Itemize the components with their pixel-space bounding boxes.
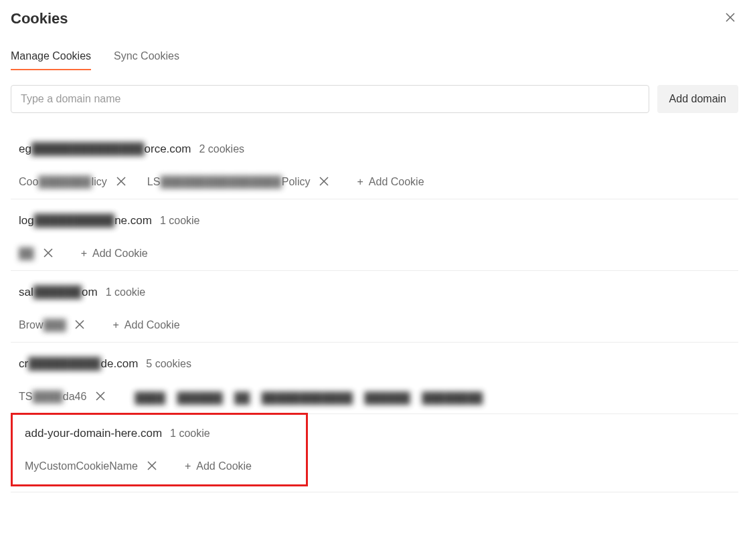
domain-block: log██████████ne.com 1 cookie ██ + Add Co… <box>11 199 738 271</box>
tabs: Manage Cookies Sync Cookies <box>11 50 738 70</box>
domain-cookie-count: 1 cookie <box>106 286 146 298</box>
domain-cookie-count: 1 cookie <box>170 428 210 440</box>
plus-icon: + <box>185 460 191 472</box>
remove-cookie-icon[interactable] <box>75 320 84 331</box>
cookie-chip[interactable]: ██ <box>19 248 53 260</box>
plus-icon: + <box>112 319 118 331</box>
domain-name[interactable]: sal██████om <box>19 286 98 299</box>
cookie-chip[interactable]: Coo███████licy <box>19 176 126 188</box>
page-title: Cookies <box>11 10 68 27</box>
domain-cookie-count: 5 cookies <box>146 358 191 370</box>
add-cookie-button[interactable]: + Add Cookie <box>112 319 179 331</box>
domain-name[interactable]: cr█████████de.com <box>19 357 138 371</box>
domain-cookie-count: 1 cookie <box>160 215 200 227</box>
domain-block: sal██████om 1 cookie Brow███ + Add Cooki… <box>11 271 738 343</box>
add-cookie-button[interactable]: + Add Cookie <box>81 248 148 260</box>
domain-search-input[interactable] <box>11 85 649 113</box>
add-cookie-button[interactable]: + Add Cookie <box>357 176 424 188</box>
tab-manage-cookies[interactable]: Manage Cookies <box>11 50 91 70</box>
cookie-chip[interactable]: Brow███ <box>19 319 84 331</box>
add-domain-button[interactable]: Add domain <box>657 85 738 113</box>
close-icon[interactable] <box>722 9 738 27</box>
remove-cookie-icon[interactable] <box>96 391 105 402</box>
plus-icon: + <box>81 248 87 260</box>
domain-name[interactable]: eg██████████████orce.com <box>19 143 191 156</box>
domain-cookie-count: 2 cookies <box>199 143 244 155</box>
add-cookie-button[interactable]: + Add Cookie <box>185 460 252 472</box>
tab-sync-cookies[interactable]: Sync Cookies <box>114 50 179 70</box>
remove-cookie-icon[interactable] <box>44 248 53 259</box>
domain-block: cr█████████de.com 5 cookies TS████da46 █… <box>11 343 738 414</box>
domain-block: eg██████████████orce.com 2 cookies Coo██… <box>11 128 738 199</box>
cookie-chip[interactable]: MyCustomCookieName <box>25 460 157 472</box>
remove-cookie-icon[interactable] <box>116 177 126 187</box>
cookie-chip[interactable]: LS████████████████Policy <box>147 176 329 188</box>
obscured-cookies: ████ ██████ ██ ████████████ ██████ █████… <box>135 392 603 401</box>
domain-block-highlighted: add-your-domain-here.com 1 cookie MyCust… <box>11 413 308 486</box>
plus-icon: + <box>357 176 363 188</box>
domain-name[interactable]: add-your-domain-here.com <box>25 427 162 440</box>
remove-cookie-icon[interactable] <box>147 461 157 472</box>
domain-name[interactable]: log██████████ne.com <box>19 214 152 227</box>
remove-cookie-icon[interactable] <box>319 177 329 187</box>
domain-list: eg██████████████orce.com 2 cookies Coo██… <box>11 128 738 492</box>
cookie-chip[interactable]: TS████da46 <box>19 391 105 403</box>
